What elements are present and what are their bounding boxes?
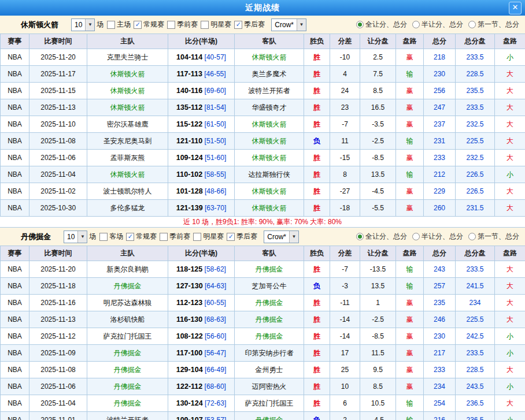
column-header: 总分盘 — [456, 246, 495, 261]
cell-total-result: 小 — [495, 345, 525, 362]
chevron-down-icon: ▼ — [85, 19, 94, 31]
column-header: 盘路 — [495, 34, 525, 49]
game-row: NBA2025-11-04休斯顿火箭110-102 [58-55]达拉斯独行侠胜… — [1, 166, 525, 183]
cell-total: 231 — [424, 133, 456, 150]
team-name: 丹佛掘金 — [21, 232, 51, 242]
cell-total-result: 大 — [495, 395, 525, 412]
cell-score: 127-130 [64-63] — [168, 278, 235, 295]
column-header: 盘路 — [495, 246, 525, 261]
cell-home-team: 波士顿凯尔特人 — [87, 183, 168, 200]
cell-away-team: 华盛顿奇才 — [235, 99, 304, 116]
games-count-select[interactable]: 10 ▼ — [64, 231, 87, 243]
filter-checkbox[interactable]: 客场 — [99, 232, 123, 241]
cell-handicap-line: -8.5 — [360, 150, 396, 166]
odds-view-radio-group: 全让分、总分半让分、总分第一节、总分 — [351, 20, 525, 29]
filter-checkbox[interactable]: 主场 — [107, 20, 131, 29]
dialog-title: 近期战绩 — [245, 3, 280, 13]
half-time-score: [58-62] — [202, 265, 226, 273]
cell-result: 负 — [304, 133, 330, 150]
cell-away-team: 休斯顿火箭 — [235, 49, 304, 66]
games-count-select[interactable]: 10 ▼ — [71, 18, 95, 31]
results-table: 赛事比赛时间主队比分(半场)客队胜负分差让分盘盘路总分总分盘盘路 NBA2025… — [0, 34, 525, 217]
odds-view-radio-group: 全让分、总分半让分、总分第一节、总分 — [351, 232, 525, 241]
cell-score: 104-114 [40-57] — [168, 49, 235, 66]
cell-away-team: 奥兰多魔术 — [235, 66, 304, 83]
cell-total-line: 243.5 — [456, 378, 495, 395]
cell-away-team: 丹佛掘金 — [235, 412, 304, 420]
filter-checkbox[interactable]: 明星赛 — [193, 232, 224, 241]
half-time-score: [60-55] — [202, 299, 226, 307]
full-time-score: 117-100 — [176, 349, 202, 357]
cell-score: 116-130 [68-63] — [168, 311, 235, 328]
radio-option[interactable]: 半让分、总分 — [412, 232, 463, 241]
dialog-titlebar: 近期战绩 ✕ — [0, 0, 525, 16]
cell-handicap-line: -3.5 — [360, 116, 396, 133]
cell-league: NBA — [1, 49, 29, 66]
game-row: NBA2025-11-13洛杉矶快船116-130 [68-63]丹佛掘金胜-1… — [1, 311, 525, 328]
cell-league: NBA — [1, 261, 29, 278]
checkbox-label: 明星赛 — [210, 20, 231, 29]
cell-handicap-result: 输 — [396, 133, 424, 150]
cell-total-result: 大 — [495, 200, 525, 217]
cell-handicap-line: -8.5 — [360, 328, 396, 345]
half-time-score: [46-55] — [202, 70, 226, 78]
filter-checkbox[interactable]: ✓季后赛 — [227, 232, 257, 241]
full-time-score: 116-130 — [176, 315, 202, 324]
filter-checkbox[interactable]: ✓常规赛 — [134, 20, 164, 29]
cell-total: 257 — [424, 278, 456, 295]
cell-handicap-line: -2.5 — [360, 133, 396, 150]
cell-handicap-line: -13.5 — [360, 261, 396, 278]
radio-option[interactable]: 第一节、总分 — [468, 20, 519, 29]
cell-total: 217 — [424, 345, 456, 362]
cell-total-result: 大 — [495, 150, 525, 166]
game-row: NBA2025-11-16明尼苏达森林狼112-123 [60-55]丹佛掘金胜… — [1, 295, 525, 311]
radio-label: 全让分、总分 — [365, 20, 407, 29]
cell-total-line: 234 — [456, 295, 495, 311]
cell-league: NBA — [1, 116, 29, 133]
games-count-value: 10 — [72, 21, 85, 29]
close-icon[interactable]: ✕ — [509, 2, 522, 14]
cell-away-team: 萨克拉门托国王 — [235, 395, 304, 412]
filter-bar: 休斯顿火箭 10 ▼ 场 主场✓常规赛季前赛明星赛✓季后赛 Crow* ▼ 全让… — [0, 16, 525, 34]
cell-league: NBA — [1, 278, 29, 295]
radio-option[interactable]: 全让分、总分 — [356, 20, 407, 29]
cell-total: 260 — [424, 200, 456, 217]
half-time-score: [68-60] — [202, 382, 226, 391]
cell-home-team: 克里夫兰骑士 — [87, 49, 168, 66]
cell-away-team: 丹佛掘金 — [235, 295, 304, 311]
cell-total: 243 — [424, 261, 456, 278]
radio-option[interactable]: 半让分、总分 — [412, 20, 463, 29]
cell-total: 254 — [424, 395, 456, 412]
full-time-score: 122-112 — [176, 382, 202, 391]
column-header: 分差 — [330, 246, 360, 261]
cell-date: 2025-11-15 — [29, 83, 87, 99]
cell-away-team: 丹佛掘金 — [235, 311, 304, 328]
filter-checkbox[interactable]: ✓季后赛 — [234, 20, 265, 29]
cell-home-team: 洛杉矶快船 — [87, 311, 168, 328]
column-header: 总分 — [424, 34, 456, 49]
cell-home-team: 萨克拉门托国王 — [87, 328, 168, 345]
filter-checkbox[interactable]: 季前赛 — [167, 20, 198, 29]
summary-row: 近 10 场，胜9负1: 胜率: 90%, 赢率: 70% 大率: 80% — [0, 217, 525, 228]
cell-total-line: 235.5 — [456, 83, 495, 99]
cell-home-team: 丹佛掘金 — [87, 378, 168, 395]
cell-league: NBA — [1, 412, 29, 420]
odds-company-select[interactable]: Crow* ▼ — [264, 231, 299, 243]
cell-diff: -11 — [330, 295, 360, 311]
cell-total: 233 — [424, 362, 456, 378]
cell-diff: 6 — [330, 395, 360, 412]
radio-option[interactable]: 第一节、总分 — [468, 232, 519, 241]
filter-checkbox[interactable]: 季前赛 — [160, 232, 190, 241]
cell-league: NBA — [1, 150, 29, 166]
cell-handicap-result: 赢 — [396, 328, 424, 345]
odds-company-select[interactable]: Crow* ▼ — [271, 18, 306, 31]
cell-score: 129-104 [66-49] — [168, 362, 235, 378]
team-name: 休斯顿火箭 — [21, 20, 58, 30]
cell-handicap-line: 16.5 — [360, 99, 396, 116]
team-section-denver: 丹佛掘金 10 ▼ 场 客场✓常规赛季前赛明星赛✓季后赛 Crow* ▼ 全让分… — [0, 228, 525, 420]
filter-checkbox[interactable]: 明星赛 — [201, 20, 231, 29]
checkbox-label: 季后赛 — [244, 20, 265, 29]
cell-result: 胜 — [304, 150, 330, 166]
filter-checkbox[interactable]: ✓常规赛 — [126, 232, 157, 241]
radio-option[interactable]: 全让分、总分 — [356, 232, 407, 241]
